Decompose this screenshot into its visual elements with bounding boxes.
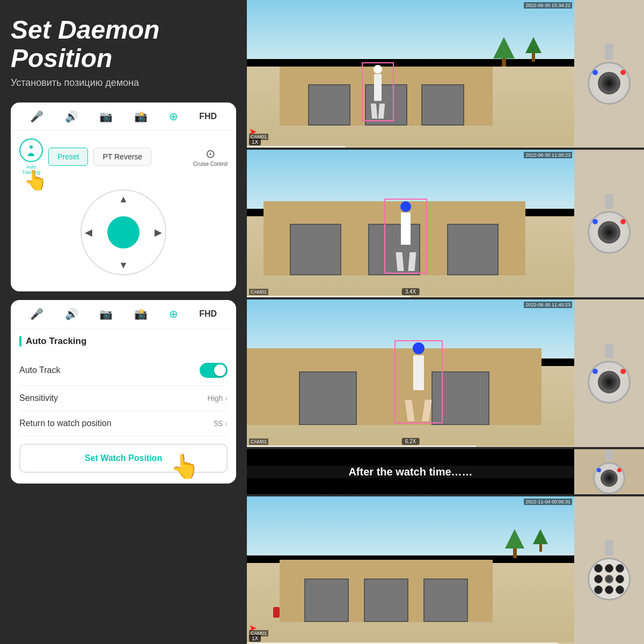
fhd-label-2: FHD <box>199 309 217 319</box>
camera-lens-housing-4 <box>593 462 625 494</box>
cam-light-blue-3 <box>592 369 598 374</box>
camera-mount-5 <box>605 540 613 555</box>
cam-light-blue-1 <box>592 70 598 75</box>
grid-icon-2[interactable]: ⊕ <box>169 308 178 320</box>
speaker-icon[interactable]: 🔊 <box>65 110 78 123</box>
camera-body-2 <box>588 194 631 254</box>
dpad: ▲ ▼ ◀ ▶ <box>80 189 166 275</box>
channel-4: CAM01 <box>249 630 268 636</box>
camera-icon-2[interactable]: 📸 <box>134 308 148 320</box>
toolbar-1: 🎤 🔊 📷 📸 ⊕ FHD <box>11 103 236 131</box>
watch-position-button[interactable]: Set Watch Position 👆 <box>19 444 228 473</box>
after-watch-row: After the watch time…… <box>247 449 644 494</box>
auto-track-label: Auto Track <box>19 365 60 375</box>
timestamp-3: 2022-06-30 11:40:23 <box>524 302 572 308</box>
progress-bar-1 <box>247 146 574 148</box>
tracking-box-1 <box>362 62 394 121</box>
camera-lens-housing-2 <box>588 211 631 254</box>
camera-lens-2 <box>598 221 620 244</box>
timestamp-4: 2022-11-04 00:00:31 <box>524 499 572 505</box>
dpad-left[interactable]: ◀ <box>85 226 92 238</box>
feed-3: 2022-06-30 11:40:23 6.2X CAM01 <box>247 299 574 447</box>
title-section: Set Daemon Position Установить позицию д… <box>11 16 236 89</box>
svg-point-0 <box>30 145 33 149</box>
ptz-section: AutoTracking 👆 Preset PT Reverse ⊙ Cruis… <box>11 131 236 292</box>
dpad-center[interactable] <box>107 216 140 248</box>
camera-lens-housing-1 <box>588 62 631 105</box>
toggle-knob <box>214 364 226 376</box>
section-bar <box>19 336 21 347</box>
ptz-row: AutoTracking 👆 Preset PT Reverse ⊙ Cruis… <box>19 138 228 176</box>
mic-icon-2[interactable]: 🎤 <box>30 308 43 320</box>
camera-body-4 <box>593 450 625 494</box>
grid-icon[interactable]: ⊕ <box>169 110 178 123</box>
return-label: Return to watch position <box>19 419 112 428</box>
mic-icon[interactable]: 🎤 <box>30 110 43 123</box>
feed-1: 2022-06-30 15:34:22 1X ➤ CAM01 <box>247 0 574 148</box>
cruise-control[interactable]: ⊙ Cruise Control <box>193 147 228 167</box>
finger-cursor-1: 👆 <box>24 169 48 192</box>
camera-lens-housing-3 <box>588 361 631 404</box>
camera-mount-4 <box>605 450 613 460</box>
camera-device-3 <box>574 299 644 447</box>
camera-body-3 <box>588 343 631 404</box>
trees-4 <box>505 529 548 558</box>
page-subtitle: Установить позицию демона <box>11 77 236 89</box>
camera-row-3: 2022-06-30 11:40:23 6.2X CAM01 <box>247 299 644 449</box>
camera-body-1 <box>588 43 631 105</box>
camera-device-1 <box>574 0 644 148</box>
section-header: Auto Tracking <box>19 336 228 347</box>
progress-fill-2 <box>247 296 411 297</box>
fhd-label: FHD <box>199 112 217 121</box>
zoom-3: 6.2X <box>402 438 420 445</box>
page-title: Set Daemon Position <box>11 16 236 73</box>
camera-lens-3 <box>598 371 620 393</box>
after-watch-text: After the watch time…… <box>348 466 472 478</box>
cam-light-red-3 <box>620 369 626 374</box>
feed-4: 2022-11-04 00:00:31 1X ➤ CAM01 <box>247 496 574 644</box>
camera-row-4: 2022-11-04 00:00:31 1X ➤ CAM01 <box>247 494 644 644</box>
left-panel: Set Daemon Position Установить позицию д… <box>0 0 247 644</box>
return-value: 5S › <box>214 419 228 428</box>
speaker-icon-2[interactable]: 🔊 <box>65 308 78 320</box>
video-icon-2[interactable]: 📷 <box>99 308 113 320</box>
watch-position-label: Set Watch Position <box>85 453 162 463</box>
right-panel: 2022-06-30 15:34:22 1X ➤ CAM01 <box>247 0 644 644</box>
camera-device-4 <box>574 449 644 494</box>
camera-array-5 <box>594 564 624 594</box>
camera-row-1: 2022-06-30 15:34:22 1X ➤ CAM01 <box>247 0 644 150</box>
timestamp-2: 2022-06-30 11:00:23 <box>524 152 572 158</box>
zoom-2: 3.4X <box>402 288 420 295</box>
tracking-box-3 <box>394 340 443 423</box>
dpad-down[interactable]: ▼ <box>119 260 128 271</box>
auto-track-toggle[interactable] <box>200 363 228 378</box>
settings-section: Auto Tracking Auto Track Sensitivity Hig… <box>11 328 236 484</box>
cruise-icon: ⊙ <box>206 147 215 161</box>
cam-light-blue-4 <box>597 468 601 472</box>
pt-reverse-button[interactable]: PT Reverse <box>93 148 151 166</box>
after-watch-text-container: After the watch time…… <box>247 466 574 478</box>
camera-lens-1 <box>598 72 620 94</box>
progress-fill-3 <box>247 445 476 447</box>
auto-tracking-button[interactable]: AutoTracking 👆 <box>19 138 43 176</box>
camera-icon[interactable]: 📸 <box>134 110 148 123</box>
chevron-right-icon-2: › <box>225 419 228 428</box>
camera-device-5 <box>574 496 644 644</box>
tracking-box-2 <box>384 199 427 274</box>
finger-cursor-2: 👆 <box>170 452 200 480</box>
feed-2: 2022-06-30 11:00:23 3.4X CAM01 <box>247 150 574 297</box>
hydrant-4 <box>273 607 280 618</box>
camera-mount-1 <box>605 43 613 60</box>
progress-bar-2 <box>247 296 574 297</box>
section-title: Auto Tracking <box>26 336 86 347</box>
chevron-right-icon: › <box>225 394 228 402</box>
sensitivity-row[interactable]: Sensitivity High › <box>19 386 228 411</box>
dpad-container: ▲ ▼ ◀ ▶ <box>19 184 228 281</box>
return-row[interactable]: Return to watch position 5S › <box>19 411 228 436</box>
camera-lens-housing-5 <box>588 558 631 601</box>
video-icon[interactable]: 📷 <box>99 110 113 123</box>
preset-button[interactable]: Preset <box>48 148 88 166</box>
camera-mount-2 <box>605 194 613 209</box>
dpad-up[interactable]: ▲ <box>119 194 128 205</box>
dpad-right[interactable]: ▶ <box>155 226 162 238</box>
